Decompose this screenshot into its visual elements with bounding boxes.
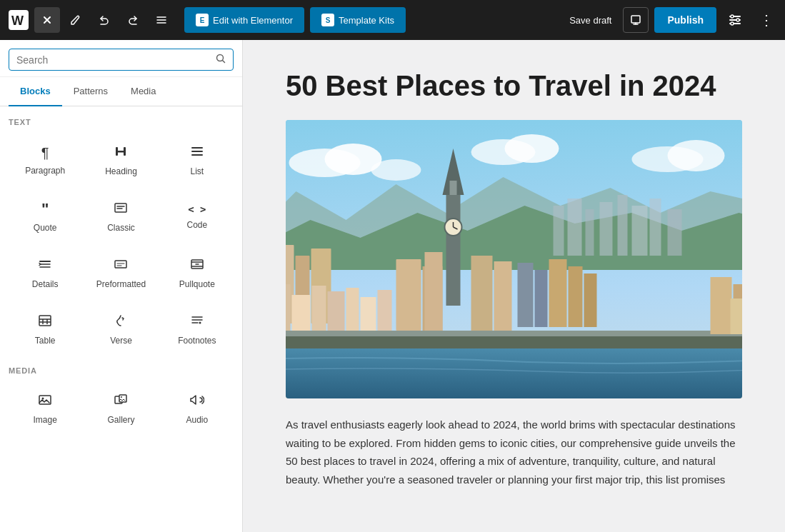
svg-rect-38 <box>668 209 682 256</box>
toolbar-left: W <box>6 7 174 33</box>
svg-rect-21 <box>119 395 126 402</box>
gallery-icon <box>114 393 128 409</box>
block-table[interactable]: Table <box>9 301 81 355</box>
svg-rect-34 <box>600 202 613 256</box>
svg-point-30 <box>668 140 725 171</box>
search-icon <box>216 54 226 66</box>
block-pullquote[interactable]: Pullquote <box>161 245 234 298</box>
svg-point-28 <box>505 134 559 163</box>
audio-label: Audio <box>186 415 208 425</box>
pullquote-icon <box>190 257 204 273</box>
block-list[interactable]: List <box>161 132 234 186</box>
toolbar: W <box>0 0 785 40</box>
svg-rect-32 <box>568 199 582 256</box>
svg-rect-50 <box>396 259 421 331</box>
block-details[interactable]: Details <box>9 245 81 298</box>
text-section-label: TEXT <box>9 118 234 126</box>
post-featured-image <box>286 120 742 398</box>
block-gallery[interactable]: Gallery <box>84 381 157 434</box>
svg-rect-2 <box>631 16 640 23</box>
svg-rect-78 <box>711 277 732 334</box>
block-paragraph[interactable]: ¶ Paragraph <box>9 132 81 186</box>
footnotes-label: Footnotes <box>178 336 216 346</box>
classic-label: Classic <box>107 223 135 233</box>
svg-rect-12 <box>116 151 126 153</box>
edit-with-elementor-button[interactable]: E Edit with Elementor <box>184 7 304 33</box>
media-section-label: MEDIA <box>9 366 234 375</box>
svg-rect-55 <box>518 263 534 327</box>
content-area: 50 Best Places to Travel in 2024 <box>243 40 785 532</box>
svg-rect-57 <box>549 259 567 327</box>
block-quote[interactable]: " Quote <box>9 189 81 242</box>
block-audio[interactable]: Audio <box>161 381 234 434</box>
text-blocks-grid: ¶ Paragraph Heading <box>9 132 234 355</box>
verse-label: Verse <box>110 336 132 346</box>
wordpress-logo[interactable]: W <box>6 7 31 33</box>
edit-pen-button[interactable] <box>63 7 89 33</box>
svg-rect-37 <box>650 199 661 256</box>
more-options-button[interactable]: ⋮ <box>754 7 779 33</box>
tab-media[interactable]: Media <box>119 77 167 106</box>
svg-rect-81 <box>731 298 743 334</box>
details-icon <box>38 257 52 273</box>
svg-rect-14 <box>115 261 126 268</box>
heading-label: Heading <box>105 166 137 176</box>
list-label: List <box>190 166 204 176</box>
svg-rect-58 <box>569 266 583 327</box>
preformatted-label: Preformatted <box>96 279 146 289</box>
quote-label: Quote <box>34 223 57 233</box>
svg-rect-43 <box>446 191 461 306</box>
save-draft-button[interactable]: Save draft <box>564 15 617 26</box>
svg-rect-54 <box>494 261 512 331</box>
elementor-badge: E <box>196 14 209 26</box>
redo-button[interactable] <box>120 7 146 33</box>
block-footnotes[interactable]: Footnotes <box>161 301 234 355</box>
svg-point-17 <box>199 322 201 324</box>
post-title: 50 Best Places to Travel in 2024 <box>286 69 742 103</box>
footnotes-icon <box>190 313 204 330</box>
svg-point-6 <box>731 15 734 18</box>
settings-button[interactable] <box>722 7 748 33</box>
block-verse[interactable]: Verse <box>84 301 157 355</box>
image-icon <box>38 393 52 409</box>
post-body: As travel enthusiasts eagerly look ahead… <box>286 416 742 488</box>
preview-button[interactable] <box>623 7 649 33</box>
code-label: Code <box>186 220 207 230</box>
close-button[interactable] <box>34 7 60 33</box>
paragraph-icon: ¶ <box>41 146 49 160</box>
tab-patterns[interactable]: Patterns <box>62 77 119 106</box>
block-code[interactable]: < > Code <box>161 189 234 242</box>
svg-point-22 <box>121 396 122 398</box>
quote-icon: " <box>41 201 49 217</box>
left-panel: Blocks Patterns Media TEXT ¶ Paragraph <box>0 40 243 532</box>
svg-rect-35 <box>618 195 628 256</box>
svg-point-26 <box>371 159 421 181</box>
block-image[interactable]: Image <box>9 381 81 434</box>
svg-rect-16 <box>39 316 51 326</box>
block-heading[interactable]: Heading <box>84 132 157 186</box>
template-kits-button[interactable]: S Template Kits <box>310 7 406 33</box>
image-label: Image <box>33 415 56 425</box>
list-icon <box>190 144 204 161</box>
table-label: Table <box>35 336 56 346</box>
search-input[interactable] <box>16 54 210 66</box>
heading-icon <box>114 144 128 161</box>
panel-tabs: Blocks Patterns Media <box>0 77 242 106</box>
block-preformatted[interactable]: Preformatted <box>84 245 157 298</box>
undo-button[interactable] <box>91 7 117 33</box>
svg-rect-31 <box>554 206 564 256</box>
publish-button[interactable]: Publish <box>654 7 716 33</box>
svg-point-8 <box>731 22 734 25</box>
list-view-button[interactable] <box>149 7 174 33</box>
toolbar-right: Save draft Publish ⋮ <box>564 7 779 33</box>
blocks-content: TEXT ¶ Paragraph Heading <box>0 106 242 532</box>
media-blocks-grid: Image Gallery <box>9 381 234 434</box>
audio-icon <box>190 393 204 409</box>
tab-blocks[interactable]: Blocks <box>9 77 62 106</box>
classic-icon <box>114 201 128 217</box>
block-classic[interactable]: Classic <box>84 189 157 242</box>
pullquote-label: Pullquote <box>179 279 215 289</box>
svg-rect-53 <box>471 256 493 331</box>
svg-rect-36 <box>632 206 648 256</box>
gallery-label: Gallery <box>107 415 134 425</box>
